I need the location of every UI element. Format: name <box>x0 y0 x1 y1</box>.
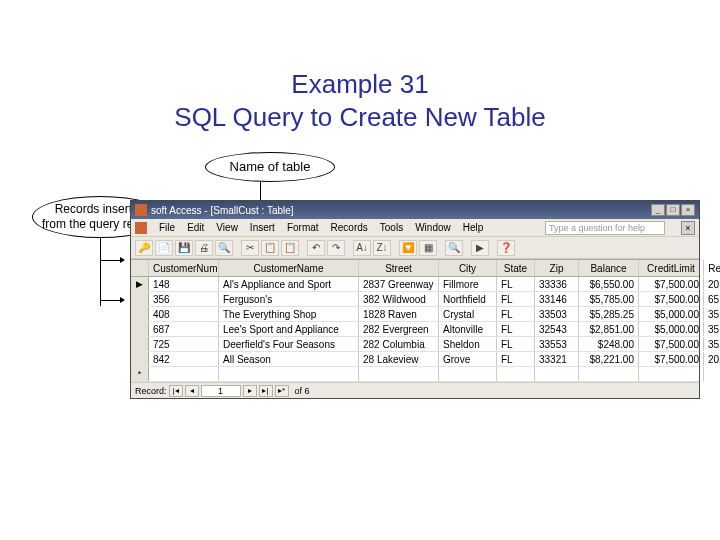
cell-creditlimit[interactable]: $7,500.00 <box>639 277 704 291</box>
cell-creditlimit[interactable]: $7,500.00 <box>639 352 704 366</box>
cut-button[interactable]: ✂ <box>241 240 259 256</box>
undo-button[interactable]: ↶ <box>307 240 325 256</box>
filter-button[interactable]: 🔽 <box>399 240 417 256</box>
cell-zip[interactable]: 33503 <box>535 307 579 321</box>
cell-street[interactable]: 2837 Greenway <box>359 277 439 291</box>
cell-street[interactable]: 282 Columbia <box>359 337 439 351</box>
menu-file[interactable]: File <box>159 222 175 233</box>
filter-form-button[interactable]: ▦ <box>419 240 437 256</box>
cell-customernum[interactable]: 725 <box>149 337 219 351</box>
cell-state[interactable]: FL <box>497 337 535 351</box>
cell-zip[interactable]: 33321 <box>535 352 579 366</box>
table-row[interactable]: 408The Everything Shop1828 RavenCrystalF… <box>131 307 699 322</box>
design-view-button[interactable]: 🔑 <box>135 240 153 256</box>
table-row[interactable]: 725Deerfield's Four Seasons282 ColumbiaS… <box>131 337 699 352</box>
col-customername[interactable]: CustomerName <box>219 260 359 276</box>
cell-state[interactable]: FL <box>497 292 535 306</box>
nav-first-button[interactable]: |◂ <box>169 385 183 397</box>
table-row[interactable]: 356Ferguson's382 WildwoodNorthfieldFL331… <box>131 292 699 307</box>
nav-record-input[interactable]: 1 <box>201 385 241 397</box>
row-selector[interactable] <box>131 352 149 366</box>
col-balance[interactable]: Balance <box>579 260 639 276</box>
col-repnum[interactable]: RepNum <box>704 260 720 276</box>
col-state[interactable]: State <box>497 260 535 276</box>
cell-zip[interactable]: 32543 <box>535 322 579 336</box>
menu-records[interactable]: Records <box>331 222 368 233</box>
cell-customernum[interactable]: 687 <box>149 322 219 336</box>
col-city[interactable]: City <box>439 260 497 276</box>
table-row[interactable]: ▶148Al's Appliance and Sport2837 Greenwa… <box>131 277 699 292</box>
cell-balance[interactable]: $248.00 <box>579 337 639 351</box>
copy-button[interactable]: 📋 <box>261 240 279 256</box>
col-customernum[interactable]: CustomerNum <box>149 260 219 276</box>
cell-repnum[interactable]: 35 <box>704 322 720 336</box>
goto-button[interactable]: ▶ <box>471 240 489 256</box>
help-search-input[interactable]: Type a question for help <box>545 221 665 235</box>
menu-format[interactable]: Format <box>287 222 319 233</box>
cell-customername[interactable]: The Everything Shop <box>219 307 359 321</box>
cell-repnum[interactable]: 35 <box>704 337 720 351</box>
col-street[interactable]: Street <box>359 260 439 276</box>
close-doc-button[interactable]: × <box>681 221 695 235</box>
cell-creditlimit[interactable]: $5,000.00 <box>639 307 704 321</box>
cell-street[interactable]: 382 Wildwood <box>359 292 439 306</box>
cell-customernum[interactable]: 356 <box>149 292 219 306</box>
cell-city[interactable]: Fillmore <box>439 277 497 291</box>
cell-repnum[interactable]: 65 <box>704 292 720 306</box>
col-zip[interactable]: Zip <box>535 260 579 276</box>
maximize-button[interactable]: □ <box>666 204 680 216</box>
cell-customername[interactable]: Deerfield's Four Seasons <box>219 337 359 351</box>
cell-city[interactable]: Northfield <box>439 292 497 306</box>
doc-icon[interactable] <box>135 222 147 234</box>
help-button[interactable]: ❓ <box>497 240 515 256</box>
new-record-row[interactable]: * <box>131 367 699 382</box>
save-button[interactable]: 💾 <box>175 240 193 256</box>
cell-state[interactable]: FL <box>497 307 535 321</box>
cell-balance[interactable]: $5,285.25 <box>579 307 639 321</box>
sort-asc-button[interactable]: A↓ <box>353 240 371 256</box>
row-selector[interactable] <box>131 337 149 351</box>
cell-customername[interactable]: Ferguson's <box>219 292 359 306</box>
nav-next-button[interactable]: ▸ <box>243 385 257 397</box>
cell-customernum[interactable]: 408 <box>149 307 219 321</box>
table-row[interactable]: 687Lee's Sport and Appliance282 Evergree… <box>131 322 699 337</box>
datasheet-grid[interactable]: CustomerNum CustomerName Street City Sta… <box>131 259 699 382</box>
cell-zip[interactable]: 33146 <box>535 292 579 306</box>
nav-last-button[interactable]: ▸| <box>259 385 273 397</box>
nav-prev-button[interactable]: ◂ <box>185 385 199 397</box>
window-titlebar[interactable]: soft Access - [SmallCust : Table] _ □ × <box>131 201 699 219</box>
menu-view[interactable]: View <box>216 222 238 233</box>
cell-street[interactable]: 28 Lakeview <box>359 352 439 366</box>
cell-state[interactable]: FL <box>497 352 535 366</box>
cell-repnum[interactable]: 20 <box>704 352 720 366</box>
cell-creditlimit[interactable]: $5,000.00 <box>639 322 704 336</box>
cell-customername[interactable]: All Season <box>219 352 359 366</box>
cell-balance[interactable]: $8,221.00 <box>579 352 639 366</box>
cell-city[interactable]: Grove <box>439 352 497 366</box>
cell-customernum[interactable]: 842 <box>149 352 219 366</box>
print-button[interactable]: 🖨 <box>195 240 213 256</box>
sort-desc-button[interactable]: Z↓ <box>373 240 391 256</box>
cell-street[interactable]: 282 Evergreen <box>359 322 439 336</box>
print-preview-button[interactable]: 🔍 <box>215 240 233 256</box>
cell-zip[interactable]: 33553 <box>535 337 579 351</box>
col-creditlimit[interactable]: CreditLimit <box>639 260 704 276</box>
cell-state[interactable]: FL <box>497 322 535 336</box>
cell-city[interactable]: Crystal <box>439 307 497 321</box>
table-row[interactable]: 842All Season28 LakeviewGroveFL33321$8,2… <box>131 352 699 367</box>
cell-zip[interactable]: 33336 <box>535 277 579 291</box>
cell-customername[interactable]: Lee's Sport and Appliance <box>219 322 359 336</box>
cell-city[interactable]: Altonville <box>439 322 497 336</box>
row-selector[interactable] <box>131 307 149 321</box>
cell-balance[interactable]: $5,785.00 <box>579 292 639 306</box>
cell-customername[interactable]: Al's Appliance and Sport <box>219 277 359 291</box>
row-selector[interactable]: ▶ <box>131 277 149 291</box>
nav-new-button[interactable]: ▸* <box>275 385 289 397</box>
cell-creditlimit[interactable]: $7,500.00 <box>639 337 704 351</box>
cell-repnum[interactable]: 20 <box>704 277 720 291</box>
new-button[interactable]: 📄 <box>155 240 173 256</box>
minimize-button[interactable]: _ <box>651 204 665 216</box>
find-button[interactable]: 🔍 <box>445 240 463 256</box>
cell-city[interactable]: Sheldon <box>439 337 497 351</box>
cell-state[interactable]: FL <box>497 277 535 291</box>
